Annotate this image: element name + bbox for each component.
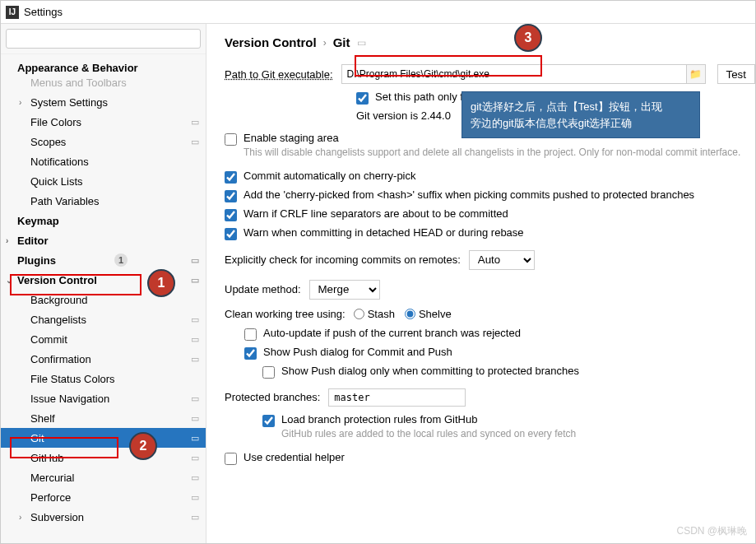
- update-method-label: Update method:: [225, 283, 301, 295]
- project-icon: ▭: [191, 334, 199, 345]
- project-icon: ▭: [191, 453, 199, 463]
- chevron-right-icon: ›: [6, 236, 8, 245]
- tree-file-status[interactable]: File Status Colors: [1, 369, 206, 388]
- path-label: Path to Git executable:: [225, 68, 333, 81]
- tree-plugins[interactable]: Plugins1▭: [1, 250, 206, 270]
- tree-scopes[interactable]: Scopes▭: [1, 132, 206, 151]
- project-icon: ▭: [191, 255, 199, 266]
- load-rules-checkbox[interactable]: [262, 415, 275, 427]
- cherry-auto-label: Commit automatically on cherry-pick: [243, 170, 416, 182]
- tree-menus[interactable]: Menus and Toolbars: [1, 72, 206, 92]
- project-icon: ▭: [191, 512, 199, 523]
- breadcrumb-leaf: Git: [333, 35, 350, 49]
- tree-editor[interactable]: ›Editor: [1, 230, 206, 250]
- test-button[interactable]: Test: [717, 64, 755, 84]
- project-icon: ▭: [191, 117, 199, 128]
- show-push-label: Show Push dialog for Commit and Push: [263, 346, 452, 358]
- breadcrumb-root[interactable]: Version Control: [225, 35, 317, 49]
- folder-icon: 📁: [689, 68, 702, 80]
- plugins-badge: 1: [114, 253, 128, 267]
- tree-shelf[interactable]: Shelf▭: [1, 408, 206, 428]
- protected-label: Protected branches:: [225, 391, 320, 403]
- auto-update-checkbox[interactable]: [244, 328, 257, 341]
- browse-button[interactable]: 📁: [686, 64, 706, 84]
- project-icon: ▭: [191, 413, 199, 424]
- stash-radio-wrap[interactable]: Stash: [354, 308, 395, 320]
- titlebar: IJ Settings: [1, 1, 755, 24]
- annotation-circle-3: 3: [514, 24, 542, 52]
- tree-system-settings[interactable]: ›System Settings: [1, 92, 206, 112]
- project-icon: ▭: [191, 275, 199, 286]
- staging-area-label: Enable staging area: [243, 132, 339, 144]
- tree-path-vars[interactable]: Path Variables: [1, 191, 206, 211]
- cherry-suffix-label: Add the 'cherry-picked from <hash>' suff…: [243, 188, 694, 201]
- shelve-radio-wrap[interactable]: Shelve: [405, 308, 452, 320]
- stash-radio[interactable]: [354, 309, 364, 319]
- breadcrumb: Version Control › Git ▭: [225, 35, 755, 49]
- cherry-suffix-checkbox[interactable]: [225, 190, 237, 202]
- clean-tree-label: Clean working tree using:: [225, 308, 346, 320]
- annotation-circle-1: 1: [147, 269, 175, 297]
- warn-detached-checkbox[interactable]: [225, 228, 237, 240]
- annotation-box-1: [10, 274, 141, 295]
- staging-hint: This will disable changelists support an…: [243, 146, 740, 160]
- annotation-circle-2: 2: [129, 432, 157, 460]
- tree-quick-lists[interactable]: Quick Lists: [1, 171, 206, 191]
- chevron-right-icon: ›: [19, 98, 21, 107]
- project-icon: ▭: [191, 137, 199, 147]
- cred-helper-label: Use credential helper: [243, 451, 345, 463]
- tree-issue-nav[interactable]: Issue Navigation▭: [1, 388, 206, 408]
- search-input[interactable]: [6, 29, 201, 49]
- explicit-check-select[interactable]: Auto: [469, 250, 535, 270]
- update-method-select[interactable]: Merge: [309, 280, 380, 300]
- cherry-auto-checkbox[interactable]: [225, 171, 237, 184]
- project-icon: ▭: [357, 37, 366, 49]
- tree-keymap[interactable]: Keymap: [1, 211, 206, 230]
- warn-crlf-label: Warn if CRLF line separators are about t…: [243, 207, 508, 220]
- staging-area-checkbox[interactable]: [225, 133, 237, 146]
- show-push-protected-label: Show Push dialog only when committing to…: [281, 365, 579, 377]
- project-icon: ▭: [191, 472, 199, 483]
- tree-changelists[interactable]: Changelists▭: [1, 309, 206, 329]
- tree-confirmation[interactable]: Confirmation▭: [1, 349, 206, 369]
- set-path-current-checkbox[interactable]: [356, 92, 369, 105]
- show-push-checkbox[interactable]: [244, 347, 257, 360]
- tree-commit[interactable]: Commit▭: [1, 329, 206, 349]
- warn-crlf-checkbox[interactable]: [225, 209, 237, 221]
- protected-branches-input[interactable]: [328, 388, 466, 407]
- tree-mercurial[interactable]: Mercurial▭: [1, 467, 206, 487]
- auto-update-label: Auto-update if push of the current branc…: [263, 327, 521, 339]
- show-push-protected-checkbox[interactable]: [262, 366, 275, 379]
- warn-detached-label: Warn when committing in detached HEAD or…: [243, 226, 524, 239]
- tree-file-colors[interactable]: File Colors▭: [1, 112, 206, 132]
- settings-tree[interactable]: Appearance & Behavior Menus and Toolbars…: [1, 54, 206, 543]
- project-icon: ▭: [191, 492, 199, 503]
- load-rules-hint: GitHub rules are added to the local rule…: [281, 427, 576, 441]
- project-icon: ▭: [191, 354, 199, 365]
- annotation-tooltip: git选择好之后，点击【Test】按钮，出现 旁边的git版本信息代表git选择…: [461, 91, 700, 138]
- project-icon: ▭: [191, 393, 199, 404]
- shelve-radio[interactable]: [405, 309, 415, 319]
- window-title: Settings: [24, 6, 63, 18]
- project-icon: ▭: [191, 433, 199, 444]
- app-icon: IJ: [6, 6, 19, 19]
- chevron-right-icon: ›: [19, 513, 21, 522]
- explicit-check-label: Explicitly check for incoming commits on…: [225, 253, 461, 266]
- annotation-box-3: [355, 55, 542, 77]
- project-icon: ▭: [191, 314, 199, 325]
- cred-helper-checkbox[interactable]: [225, 453, 237, 465]
- watermark: CSDN @枫琳晚: [676, 524, 747, 538]
- tree-subversion[interactable]: ›Subversion▭: [1, 507, 206, 527]
- tree-perforce[interactable]: Perforce▭: [1, 487, 206, 507]
- annotation-box-2: [10, 437, 118, 458]
- chevron-right-icon: ›: [323, 37, 327, 49]
- load-rules-label: Load branch protection rules from GitHub: [281, 413, 477, 425]
- tree-notifications[interactable]: Notifications: [1, 151, 206, 171]
